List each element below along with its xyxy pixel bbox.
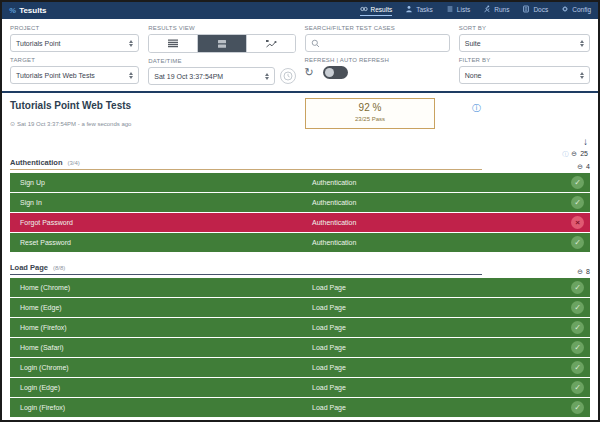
- chart-view-button[interactable]: [246, 35, 295, 52]
- info-small-icon[interactable]: ⓘ: [562, 151, 568, 157]
- select-caret-icon: [129, 72, 133, 79]
- nav-item-lists[interactable]: Lists: [446, 5, 470, 16]
- test-row[interactable]: Login (Edge) Load Page ✓: [10, 378, 590, 397]
- test-suite: Authentication: [312, 219, 571, 226]
- datetime-select[interactable]: Sat 19 Oct 3:37:54PM: [148, 67, 274, 85]
- gear-icon: [561, 5, 569, 13]
- toolbar: PROJECT Tutorials Point TARGET Tutorials…: [2, 19, 598, 91]
- test-row[interactable]: Login (Chrome) Load Page ✓: [10, 358, 590, 377]
- project-field: PROJECT Tutorials Point: [10, 25, 139, 52]
- test-name: Home (Firefox): [20, 324, 312, 331]
- suite-section-authentication: Authentication (3/4) ⊖ 4 Sign Up Authent…: [2, 158, 598, 252]
- test-name: Sign In: [20, 199, 312, 206]
- runner-icon: [483, 5, 491, 13]
- time-picker-button[interactable]: [280, 68, 296, 84]
- auto-refresh-toggle[interactable]: [323, 66, 348, 79]
- test-row[interactable]: Home (Safari) Load Page ✓: [10, 338, 590, 357]
- target-label: TARGET: [10, 57, 139, 63]
- test-name: Home (Edge): [20, 304, 312, 311]
- test-row[interactable]: Home (Edge) Load Page ✓: [10, 298, 590, 317]
- project-select-value: Tutorials Point: [16, 40, 60, 47]
- page-title: Tutorials Point Web Tests: [10, 100, 590, 111]
- brand-name: Tesults: [19, 6, 46, 15]
- test-row[interactable]: Sign Up Authentication ✓: [10, 173, 590, 192]
- nav-menu: Results Tasks Lists Runs Docs Config: [360, 5, 591, 16]
- card-list-view-button[interactable]: [197, 35, 246, 52]
- filter-by-label: FILTER BY: [459, 57, 590, 63]
- project-select[interactable]: Tutorials Point: [10, 34, 139, 52]
- sort-by-label: SORT BY: [459, 25, 590, 31]
- project-label: PROJECT: [10, 25, 139, 31]
- test-row[interactable]: Home (Chrome) Load Page ✓: [10, 278, 590, 297]
- section-test-count: 4: [586, 163, 590, 170]
- nav-label: Tasks: [416, 6, 433, 13]
- info-icon[interactable]: ⓘ: [472, 104, 481, 113]
- search-input[interactable]: [324, 40, 444, 47]
- list-icon: [446, 5, 454, 13]
- section-header: Authentication (3/4): [10, 158, 482, 170]
- test-suite: Load Page: [312, 344, 571, 351]
- nav-item-tasks[interactable]: Tasks: [405, 5, 433, 16]
- nav-label: Docs: [533, 6, 548, 13]
- collapse-section-icon[interactable]: ⊖: [577, 163, 583, 170]
- dense-list-view-button[interactable]: [149, 35, 197, 52]
- pass-rate-box: 92 % 23/25 Pass: [305, 98, 435, 129]
- check-icon: ✓: [571, 401, 584, 414]
- card-list-icon: [216, 39, 228, 49]
- person-icon: [405, 5, 413, 13]
- nav-label: Config: [572, 6, 591, 13]
- top-navbar: % Tesults Results Tasks Lists Runs D: [2, 2, 598, 19]
- check-icon: ✓: [571, 281, 584, 294]
- section-test-count: 8: [586, 268, 590, 275]
- brand-logo[interactable]: % Tesults: [9, 6, 47, 15]
- sort-by-field: SORT BY Suite: [459, 25, 590, 52]
- section-title: Load Page: [10, 263, 48, 272]
- test-row[interactable]: Sign In Authentication ✓: [10, 193, 590, 212]
- test-name: Home (Chrome): [20, 284, 312, 291]
- test-suite: Load Page: [312, 364, 571, 371]
- test-suite: Authentication: [312, 179, 571, 186]
- nav-item-config[interactable]: Config: [561, 5, 591, 16]
- sort-by-select[interactable]: Suite: [459, 34, 590, 52]
- check-icon: ✓: [571, 176, 584, 189]
- download-arrow-icon[interactable]: ↓: [2, 137, 588, 147]
- section-header: Load Page (8/8): [10, 263, 482, 275]
- clock-small-icon: ⊙: [10, 120, 15, 127]
- datetime-select-value: Sat 19 Oct 3:37:54PM: [154, 73, 223, 80]
- collapse-all-icon[interactable]: ⊖: [571, 150, 577, 157]
- test-row[interactable]: Forgot Password Authentication ×: [10, 213, 590, 232]
- run-timestamp: ⊙ Sat 19 Oct 3:37:54PM - a few seconds a…: [10, 120, 590, 127]
- nav-item-results[interactable]: Results: [360, 5, 393, 16]
- select-caret-icon: [129, 40, 133, 47]
- test-row[interactable]: Home (Firefox) Load Page ✓: [10, 318, 590, 337]
- test-suite: Load Page: [312, 284, 571, 291]
- nav-label: Runs: [494, 6, 509, 13]
- test-name: Login (Firefox): [20, 404, 312, 411]
- suite-section-load-page: Load Page (8/8) ⊖ 8 Home (Chrome) Load P…: [2, 263, 598, 417]
- target-select[interactable]: Tutorials Point Web Tests: [10, 66, 139, 84]
- test-name: Forgot Password: [20, 219, 312, 226]
- nav-item-docs[interactable]: Docs: [522, 5, 548, 16]
- test-suite: Load Page: [312, 324, 571, 331]
- goggles-icon: [360, 5, 368, 13]
- check-icon: ✓: [571, 196, 584, 209]
- sort-by-select-value: Suite: [465, 40, 481, 47]
- collapse-section-icon[interactable]: ⊖: [577, 268, 583, 275]
- test-row[interactable]: Reset Password Authentication ✓: [10, 233, 590, 252]
- toggle-knob: [325, 68, 334, 77]
- nav-item-runs[interactable]: Runs: [483, 5, 509, 16]
- refresh-icon[interactable]: ↻: [305, 67, 314, 78]
- test-name: Reset Password: [20, 239, 312, 246]
- section-pass-ratio: (3/4): [68, 160, 80, 166]
- filter-by-select[interactable]: None: [459, 66, 590, 84]
- test-suite: Authentication: [312, 239, 571, 246]
- test-suite: Load Page: [312, 404, 571, 411]
- results-view-segmented: [148, 34, 295, 53]
- test-row[interactable]: Login (Firefox) Load Page ✓: [10, 398, 590, 417]
- test-name: Home (Safari): [20, 344, 312, 351]
- tesults-logo-icon: %: [9, 6, 16, 15]
- check-icon: ✓: [571, 361, 584, 374]
- test-name: Sign Up: [20, 179, 312, 186]
- test-suite: Load Page: [312, 304, 571, 311]
- run-timestamp-text: Sat 19 Oct 3:37:54PM - a few seconds ago: [17, 121, 131, 127]
